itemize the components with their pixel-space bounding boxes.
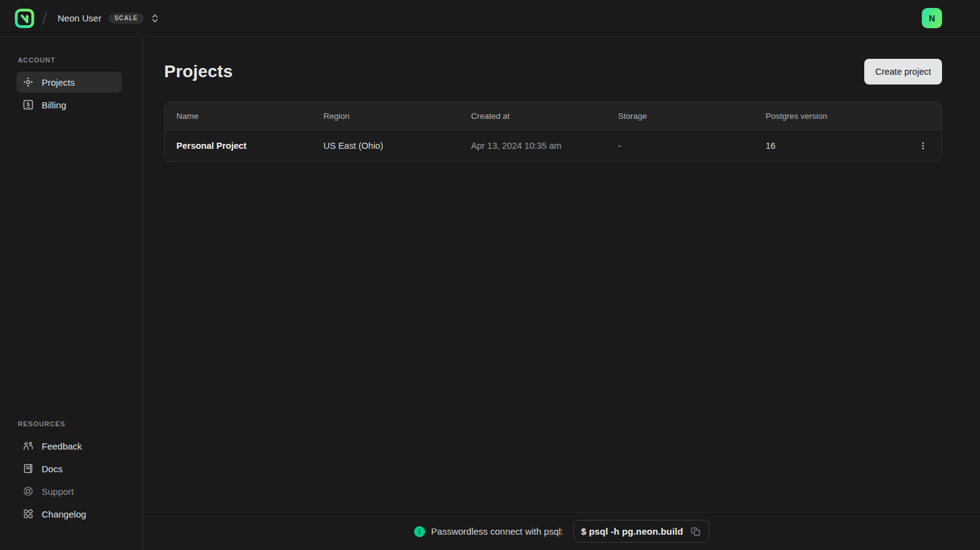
column-header-name: Name <box>176 111 323 121</box>
row-actions-button[interactable] <box>914 137 932 154</box>
sidebar-item-label: Changelog <box>42 509 86 519</box>
info-icon: i <box>414 526 425 537</box>
support-icon <box>23 486 34 497</box>
table-row[interactable]: Personal Project US East (Ohio) Apr 13, … <box>165 129 941 161</box>
column-header-created-at: Created at <box>471 111 618 121</box>
sidebar-item-label: Projects <box>42 77 75 88</box>
neon-logo-icon[interactable] <box>15 9 34 28</box>
sidebar-item-support[interactable]: Support <box>17 481 122 502</box>
sidebar-item-label: Docs <box>42 464 62 474</box>
column-header-storage: Storage <box>618 111 766 121</box>
sidebar-item-docs[interactable]: Docs <box>17 458 122 479</box>
main-content: Projects Create project Name Region Crea… <box>143 37 980 512</box>
page-header: Projects Create project <box>164 59 942 85</box>
project-name-cell[interactable]: Personal Project <box>176 141 323 151</box>
changelog-icon <box>23 508 34 519</box>
project-storage-cell: - <box>618 141 766 151</box>
main-area: Projects Create project Name Region Crea… <box>143 37 980 550</box>
app-shell: ACCOUNT Projects $ B <box>0 37 980 550</box>
sidebar: ACCOUNT Projects $ B <box>0 37 143 550</box>
sidebar-item-projects[interactable]: Projects <box>17 72 122 92</box>
project-created-at-cell: Apr 13, 2024 10:35 am <box>471 141 618 151</box>
plan-badge: SCALE <box>108 13 144 24</box>
breadcrumb-slash <box>42 12 47 25</box>
copy-icon <box>690 526 701 537</box>
sidebar-resources-section: RESOURCES Feedback <box>17 420 122 524</box>
sidebar-section-account: ACCOUNT <box>18 56 122 64</box>
sidebar-item-label: Feedback <box>42 441 82 451</box>
breadcrumb-user-name[interactable]: Neon User <box>58 13 102 23</box>
column-header-postgres-version: Postgres version <box>766 111 914 121</box>
top-bar: Neon User SCALE N <box>0 0 980 37</box>
copy-command-button[interactable] <box>690 526 701 537</box>
project-region-cell: US East (Ohio) <box>323 141 471 151</box>
psql-footer-bar: i Passwordless connect with psql: $ psql… <box>143 512 980 550</box>
table-header-row: Name Region Created at Storage Postgres … <box>165 102 941 129</box>
chevron-updown-icon[interactable] <box>151 13 159 24</box>
user-avatar[interactable]: N <box>922 8 942 28</box>
project-postgres-version-cell: 16 <box>766 141 914 151</box>
docs-icon <box>23 463 34 474</box>
svg-text:$: $ <box>26 101 29 107</box>
kebab-menu-icon <box>918 141 928 151</box>
billing-icon: $ <box>23 99 34 110</box>
sidebar-section-resources: RESOURCES <box>18 420 122 428</box>
feedback-icon <box>23 440 34 451</box>
sidebar-item-label: Billing <box>42 100 66 110</box>
sidebar-item-feedback[interactable]: Feedback <box>17 435 122 456</box>
psql-command-box[interactable]: $ psql -h pg.neon.build <box>573 520 709 543</box>
sidebar-item-billing[interactable]: $ Billing <box>17 94 122 115</box>
sidebar-item-changelog[interactable]: Changelog <box>17 503 122 524</box>
column-header-region: Region <box>323 111 471 121</box>
sidebar-item-label: Support <box>42 486 74 497</box>
page-title: Projects <box>164 62 233 81</box>
create-project-button[interactable]: Create project <box>864 59 942 85</box>
projects-icon <box>23 77 34 88</box>
psql-command-text: $ psql -h pg.neon.build <box>581 526 683 537</box>
projects-table: Name Region Created at Storage Postgres … <box>164 102 942 162</box>
psql-connect-label: Passwordless connect with psql: <box>431 526 564 537</box>
